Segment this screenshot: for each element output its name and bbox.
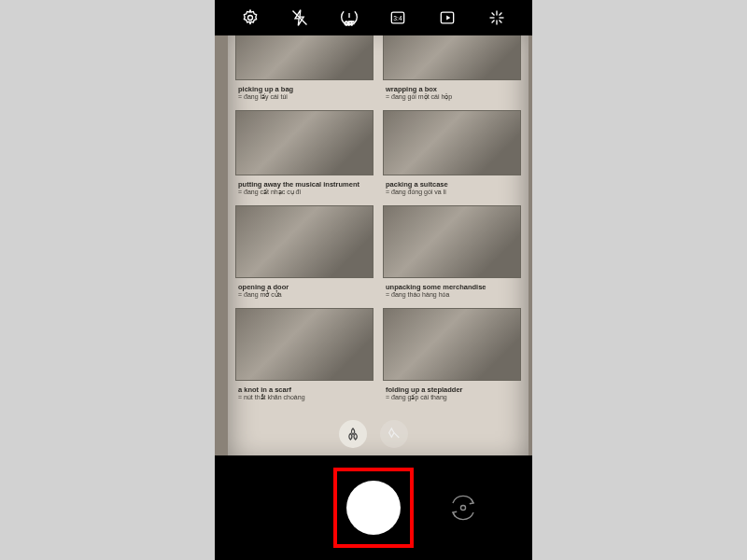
aspect-ratio-icon[interactable]: 3:4 (388, 7, 408, 28)
doc-image (383, 110, 521, 175)
doc-caption: a knot in a scarf = nút thắt khăn choàng (235, 385, 374, 407)
camera-bottom-bar (215, 455, 532, 560)
svg-line-14 (394, 433, 399, 438)
caption-title: opening a door (238, 284, 371, 291)
caption-sub: = đang gấp cái thang (386, 394, 518, 401)
caption-title: folding up a stepladder (386, 386, 518, 394)
document-page: picking up a bag = đang lấy cái túi putt… (228, 35, 529, 455)
caption-sub: = đang cất nhạc cụ đi (238, 189, 371, 196)
doc-caption: picking up a bag = đang lấy cái túi (235, 84, 374, 106)
doc-image (383, 35, 521, 80)
svg-line-10 (491, 13, 494, 16)
viewfinder-quick-actions (339, 420, 408, 448)
svg-line-12 (499, 13, 501, 16)
doc-caption: opening a door = đang mở cửa (235, 282, 374, 304)
caption-title: a knot in a scarf (238, 386, 371, 394)
beauty-icon[interactable] (380, 420, 408, 448)
camera-viewfinder[interactable]: picking up a bag = đang lấy cái túi putt… (215, 35, 532, 455)
doc-caption: unpacking some merchandise = đang tháo h… (383, 282, 521, 304)
ratio-label: 3:4 (394, 15, 403, 21)
timer-icon[interactable]: OFF (339, 7, 359, 28)
doc-image (235, 308, 374, 381)
svg-line-11 (499, 21, 501, 23)
timer-label: OFF (345, 21, 354, 26)
doc-image (235, 205, 374, 278)
effects-icon[interactable] (486, 7, 507, 28)
switch-camera-icon[interactable] (444, 489, 482, 526)
svg-point-15 (460, 505, 465, 510)
doc-image (235, 110, 374, 175)
caption-title: wrapping a box (386, 86, 518, 93)
caption-sub: = đang lấy cái túi (238, 93, 371, 101)
flash-off-icon[interactable] (289, 7, 310, 28)
caption-title: putting away the musical instrument (238, 181, 371, 189)
settings-icon[interactable] (240, 7, 261, 28)
caption-sub: = đang đóng gói va li (386, 189, 518, 196)
camera-top-toolbar: OFF 3:4 (215, 0, 532, 35)
doc-caption: putting away the musical instrument = đa… (235, 179, 374, 202)
caption-sub: = đang gói một cái hộp (386, 93, 518, 101)
page-left-column: picking up a bag = đang lấy cái túi putt… (235, 35, 374, 455)
filter-icon[interactable] (339, 420, 367, 448)
caption-title: picking up a bag (238, 86, 371, 93)
doc-caption: wrapping a box = đang gói một cái hộp (383, 84, 521, 106)
caption-sub: = đang mở cửa (238, 291, 371, 299)
shutter-button[interactable] (346, 481, 401, 535)
caption-sub: = đang tháo hàng hóa (386, 291, 518, 299)
doc-caption: folding up a stepladder = đang gấp cái t… (383, 385, 521, 407)
doc-image (383, 308, 521, 381)
doc-image (235, 35, 374, 80)
svg-marker-5 (446, 16, 450, 21)
doc-image (383, 205, 521, 278)
camera-app: OFF 3:4 (215, 0, 532, 560)
caption-title: packing a suitcase (386, 181, 518, 189)
svg-line-13 (491, 21, 494, 23)
doc-caption: packing a suitcase = đang đóng gói va li (383, 179, 521, 202)
shutter-highlight-box (333, 468, 414, 548)
page-right-column: wrapping a box = đang gói một cái hộp pa… (383, 35, 521, 455)
svg-point-0 (248, 16, 253, 21)
caption-title: unpacking some merchandise (386, 284, 518, 291)
caption-sub: = nút thắt khăn choàng (238, 394, 371, 401)
motion-photo-icon[interactable] (437, 7, 458, 28)
